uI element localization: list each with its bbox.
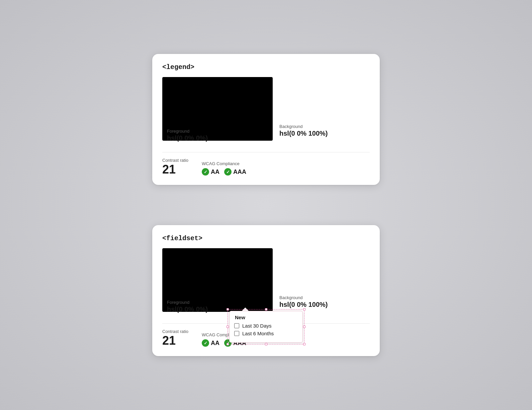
fieldset-contrast-group: Contrast ratio 21 (162, 329, 188, 347)
popup-title: New (234, 315, 296, 320)
legend-wcag-aa-badge: AA (202, 168, 219, 176)
fieldset-aa-check-icon (202, 339, 209, 347)
popup-wrapper: New Last 30 Days Last 6 Months (229, 311, 303, 343)
fieldset-contrast-value: 21 (162, 335, 188, 347)
popup-item-label-2: Last 6 Months (242, 331, 274, 336)
fieldset-fg-value: hsl(0 0% 0%) (167, 305, 208, 313)
fieldset-bg-value: hsl(0 0% 100%) (279, 301, 328, 309)
legend-wcag-aaa-badge: AAA (224, 168, 246, 176)
legend-aaa-label: AAA (233, 168, 246, 176)
handle-top-left (227, 308, 229, 311)
handle-bottom-mid (265, 343, 267, 345)
handle-mid-right (303, 326, 305, 328)
legend-aaa-check-icon (224, 168, 232, 176)
fieldset-preview-wrapper: Foreground hsl(0 0% 0%) Background hsl(0… (162, 248, 370, 317)
fieldset-fg-label: Foreground (167, 300, 208, 305)
handle-mid-left (227, 326, 229, 328)
popup-item-1[interactable]: Last 30 Days (234, 323, 296, 329)
card-gap: New Last 30 Days Last 6 Months (152, 185, 380, 225)
fieldset-bg-label: Background (279, 295, 328, 300)
legend-card: <legend> Foreground hsl(0 0% 0%) Backgro… (152, 54, 380, 185)
fieldset-contrast-label: Contrast ratio (162, 329, 188, 334)
popup-box: New Last 30 Days Last 6 Months (229, 311, 303, 343)
legend-card-title: <legend> (162, 63, 370, 71)
popup-checkbox-2[interactable] (234, 331, 239, 336)
legend-wcag-label: WCAG Compliance (202, 161, 246, 166)
handle-bottom-right (303, 343, 305, 345)
legend-divider (162, 152, 370, 152)
legend-fg-value: hsl(0 0% 0%) (167, 134, 208, 142)
legend-wcag-badges: AA AAA (202, 168, 246, 176)
legend-preview-wrapper: Foreground hsl(0 0% 0%) Background hsl(0… (162, 77, 370, 146)
popup-overlay: New Last 30 Days Last 6 Months (229, 311, 303, 343)
handle-bottom-left (227, 343, 229, 345)
legend-bg-value: hsl(0 0% 100%) (279, 130, 328, 137)
legend-contrast-value: 21 (162, 163, 188, 176)
fieldset-aa-label: AA (211, 340, 219, 347)
fieldset-card-title: <fieldset> (162, 234, 370, 242)
legend-fg-label: Foreground (167, 129, 208, 134)
popup-checkbox-1[interactable] (234, 323, 239, 328)
popup-item-2[interactable]: Last 6 Months (234, 331, 296, 336)
legend-bg-label: Background (279, 124, 328, 129)
legend-aa-label: AA (211, 168, 219, 176)
legend-metrics-row: Contrast ratio 21 WCAG Compliance AA AAA (162, 158, 370, 176)
handle-top-right (303, 308, 305, 311)
handle-top-mid (265, 308, 267, 311)
fieldset-wcag-aa-badge: AA (202, 339, 219, 347)
popup-item-label-1: Last 30 Days (242, 323, 272, 329)
legend-wcag-group: WCAG Compliance AA AAA (202, 161, 246, 176)
legend-contrast-label: Contrast ratio (162, 158, 188, 163)
legend-aa-check-icon (202, 168, 209, 176)
legend-contrast-group: Contrast ratio 21 (162, 158, 188, 176)
popup-tail (242, 308, 249, 311)
